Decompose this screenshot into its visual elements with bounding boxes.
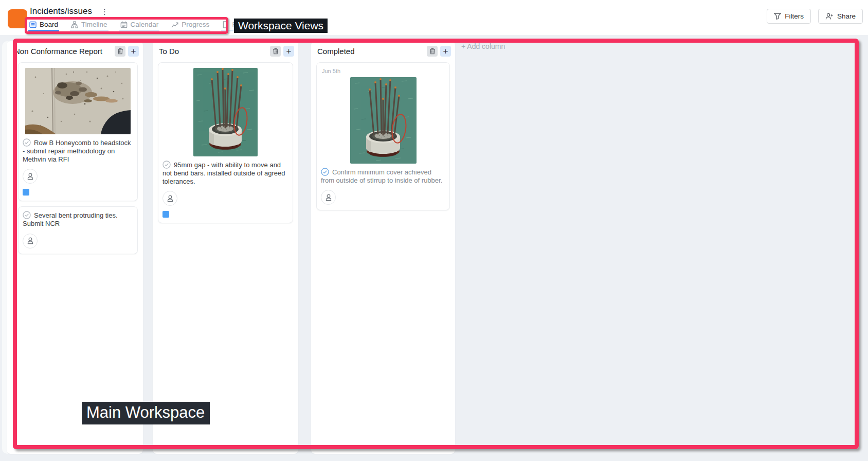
share-label: Share xyxy=(837,12,856,20)
filters-label: Filters xyxy=(785,12,804,20)
person-add-icon xyxy=(825,13,834,20)
workspace-views-annotation-label: Workspace Views xyxy=(234,19,328,33)
main-workspace-highlight-box xyxy=(13,39,859,449)
share-button[interactable]: Share xyxy=(818,9,863,24)
main-workspace-annotation-label: Main Workspace xyxy=(82,402,210,424)
filter-funnel-icon xyxy=(774,13,781,20)
page-title: Incidents/issues xyxy=(30,6,92,16)
incidents-board-screen: Incidents/issues ⋮ Board xyxy=(0,0,868,461)
title-row: Incidents/issues ⋮ xyxy=(30,6,110,16)
workspace-views-highlight-box xyxy=(25,17,228,34)
filters-button[interactable]: Filters xyxy=(767,9,811,24)
kebab-menu-icon[interactable]: ⋮ xyxy=(99,7,110,16)
top-actions: Filters Share xyxy=(767,9,863,24)
